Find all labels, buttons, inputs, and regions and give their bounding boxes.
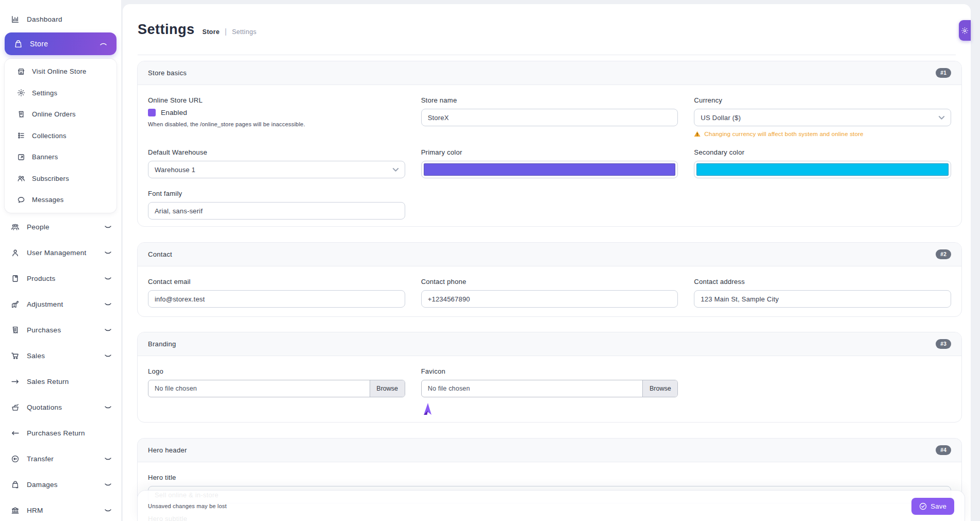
- main-panel: Settings Store | Settings Store basics #…: [123, 4, 971, 521]
- chevron-up-icon: [99, 42, 107, 46]
- unsaved-changes-bar: Unsaved changes may be lost Save: [137, 490, 965, 521]
- sidebar-item-label: Visit Online Store: [32, 68, 87, 75]
- enabled-checkbox[interactable]: [148, 109, 156, 116]
- section-header: Store basics #1: [138, 61, 961, 85]
- bag-icon: [10, 480, 20, 489]
- shopping-bag-icon: [14, 40, 23, 48]
- secondary-color-swatch: [696, 163, 949, 176]
- sidebar-item-label: Settings: [32, 89, 57, 97]
- font-family-input[interactable]: [148, 202, 405, 220]
- field-logo: Logo No file chosen Browse: [148, 367, 405, 416]
- sidebar-item-label: Purchases Return: [27, 429, 85, 437]
- default-warehouse-select[interactable]: [148, 161, 405, 178]
- image-icon: [16, 153, 25, 161]
- field-primary-color: Primary color: [421, 148, 678, 178]
- sidebar-lower-nav: People User Management Products: [0, 214, 121, 521]
- customizer-toggle-button[interactable]: [959, 20, 971, 41]
- primary-color-picker[interactable]: [421, 161, 678, 178]
- package-icon: [10, 274, 20, 283]
- sidebar-item-purchases[interactable]: Purchases: [0, 317, 121, 343]
- sidebar-item-banners[interactable]: Banners: [5, 146, 117, 168]
- field-label: Currency: [694, 96, 951, 104]
- sidebar-item-label: Products: [27, 275, 56, 282]
- chevron-down-icon: [104, 277, 112, 281]
- save-button[interactable]: Save: [911, 498, 954, 515]
- sidebar-item-adjustment[interactable]: Adjustment: [0, 292, 121, 317]
- sidebar-item-visit-online-store[interactable]: Visit Online Store: [5, 61, 117, 82]
- currency-select[interactable]: [694, 109, 951, 126]
- sidebar-item-damages[interactable]: Damages: [0, 472, 121, 498]
- warning-text: Changing currency will affect both syste…: [704, 131, 863, 137]
- store-name-input[interactable]: [421, 109, 678, 126]
- chevron-down-icon: [104, 354, 112, 358]
- section-title: Contact: [148, 250, 172, 258]
- sidebar-item-transfer[interactable]: Transfer: [0, 446, 121, 472]
- sidebar-item-user-management[interactable]: User Management: [0, 240, 121, 266]
- contact-address-input[interactable]: [694, 290, 951, 308]
- browse-button[interactable]: Browse: [370, 380, 405, 397]
- receipt-icon: [10, 326, 20, 334]
- group-icon: [10, 223, 20, 231]
- sidebar-item-online-orders[interactable]: Online Orders: [5, 104, 117, 125]
- chevron-down-icon: [104, 509, 112, 513]
- field-contact-email: Contact email: [148, 278, 405, 308]
- section-header: Hero header #4: [138, 439, 961, 462]
- bank-icon: [10, 506, 20, 515]
- checkbox-label: Enabled: [161, 109, 187, 116]
- sidebar-item-purchases-return[interactable]: Purchases Return: [0, 421, 121, 446]
- chevron-down-icon: [104, 328, 112, 332]
- receipt-icon: [16, 110, 25, 119]
- browse-button[interactable]: Browse: [642, 380, 677, 397]
- section-title: Store basics: [148, 69, 187, 77]
- contact-email-input[interactable]: [148, 290, 405, 308]
- field-label: Store name: [421, 96, 678, 104]
- sidebar-item-label: Collections: [32, 132, 67, 140]
- sidebar-item-quotations[interactable]: Quotations: [0, 395, 121, 421]
- logo-file-input[interactable]: No file chosen Browse: [148, 380, 405, 397]
- sidebar-item-label: User Management: [27, 249, 87, 257]
- sidebar-item-label: Purchases: [27, 326, 61, 334]
- page-header: Settings Store | Settings: [138, 22, 256, 38]
- arrow-right-icon: [10, 377, 20, 386]
- unsaved-changes-text: Unsaved changes may be lost: [148, 503, 227, 509]
- field-label: Favicon: [421, 367, 678, 375]
- sidebar-item-sales[interactable]: Sales: [0, 343, 121, 369]
- field-contact-address: Contact address: [694, 278, 951, 308]
- sidebar-item-sales-return[interactable]: Sales Return: [0, 369, 121, 395]
- field-label: Primary color: [421, 148, 678, 156]
- sidebar-item-hrm[interactable]: HRM: [0, 498, 121, 521]
- field-favicon: Favicon No file chosen Browse: [421, 367, 678, 416]
- sidebar-item-collections[interactable]: Collections: [5, 125, 117, 147]
- breadcrumb-settings: Settings: [232, 28, 257, 36]
- breadcrumb: Store | Settings: [203, 27, 257, 36]
- people-icon: [16, 174, 25, 182]
- file-chosen-text: No file chosen: [422, 380, 643, 397]
- field-store-name: Store name: [421, 96, 678, 137]
- sidebar-item-label: Damages: [27, 481, 58, 489]
- sidebar-item-settings[interactable]: Settings: [5, 82, 117, 104]
- field-branding-spacer: [694, 367, 951, 416]
- favicon-file-input[interactable]: No file chosen Browse: [421, 380, 678, 397]
- sidebar-item-label: Dashboard: [27, 15, 62, 23]
- chevron-down-icon: [104, 225, 112, 229]
- sidebar-item-dashboard[interactable]: Dashboard: [0, 9, 121, 29]
- sidebar-item-label: Quotations: [27, 404, 62, 411]
- header-divider: [138, 55, 956, 55]
- sidebar-item-messages[interactable]: Messages: [5, 189, 117, 211]
- secondary-color-picker[interactable]: [694, 161, 951, 178]
- page-title: Settings: [138, 22, 195, 38]
- field-online-store-url: Online Store URL Enabled When disabled, …: [148, 96, 405, 137]
- field-label: Secondary color: [694, 148, 951, 156]
- sidebar-item-label: People: [27, 223, 49, 231]
- sidebar-item-people[interactable]: People: [0, 214, 121, 240]
- section-header: Branding #3: [138, 332, 961, 356]
- breadcrumb-store[interactable]: Store: [203, 28, 220, 36]
- sidebar-item-store[interactable]: Store: [5, 32, 117, 55]
- arrow-left-icon: [10, 429, 20, 438]
- chat-icon: [16, 196, 25, 204]
- sidebar-item-products[interactable]: Products: [0, 266, 121, 292]
- favicon-preview-image: [421, 402, 434, 416]
- sidebar-item-label: HRM: [27, 507, 43, 514]
- contact-phone-input[interactable]: [421, 290, 678, 308]
- sidebar-item-subscribers[interactable]: Subscribers: [5, 168, 117, 190]
